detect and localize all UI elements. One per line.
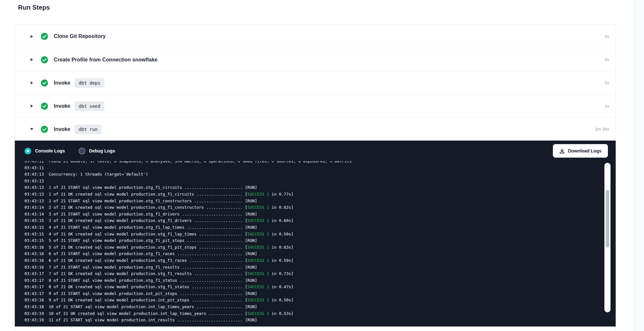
log-panel: Console LogsDebug Logs Download Logs 03:… <box>15 141 616 326</box>
step-duration: 0s <box>605 34 609 39</box>
radio-label: Console Logs <box>35 148 65 153</box>
step-duration: 2m 26s <box>595 127 609 132</box>
radio-unselected-icon[interactable] <box>79 148 85 154</box>
step-label: Invoke <box>54 103 70 109</box>
log-line: 03:43:18 10 of 21 START sql view model p… <box>24 304 616 310</box>
step-row[interactable]: Create Profile from Connection snowflake… <box>15 48 616 71</box>
log-status-success: SUCCESS 1 <box>247 232 269 236</box>
success-check-icon <box>41 79 48 87</box>
log-line: 03:43:16 5 of 21 OK created sql view mod… <box>24 244 616 251</box>
run-steps-list: Clone Git Repository0sCreate Profile fro… <box>15 25 616 141</box>
log-line: 03:43:13 <box>24 178 616 185</box>
success-check-icon <box>41 126 48 133</box>
log-line: 03:43:16 6 of 21 START sql view model pr… <box>24 251 616 257</box>
log-status-success: SUCCESS 1 <box>247 284 269 289</box>
log-scrollbar-thumb[interactable] <box>606 190 609 247</box>
log-line: 03:43:14 2 of 21 OK created sql view mod… <box>24 204 616 211</box>
radio-selected-icon[interactable] <box>24 148 31 154</box>
log-status-success: SUCCESS 1 <box>247 298 269 302</box>
log-line: 03:43:15 5 of 21 START sql view model pr… <box>24 237 616 244</box>
step-row[interactable]: Invokedbt run2m 26s <box>15 117 616 141</box>
radio-label: Debug Logs <box>89 148 115 153</box>
caret-down-icon[interactable] <box>30 127 34 131</box>
step-row[interactable]: Invokedbt deps0s <box>15 71 616 94</box>
download-logs-button[interactable]: Download Logs <box>553 144 608 158</box>
step-label: Invoke <box>54 126 70 132</box>
log-line: 03:43:13 Concurrency: 1 threads (target=… <box>24 171 616 178</box>
log-status-success: SUCCESS 1 <box>247 258 269 263</box>
step-row[interactable]: Invokedbt seed1s <box>15 94 616 117</box>
success-check-icon <box>41 33 48 40</box>
console-log-output[interactable]: 03:43:11 Found 21 models, 17 tests, 0 sn… <box>15 161 616 326</box>
step-row[interactable]: Clone Git Repository0s <box>15 25 616 48</box>
log-status-success: SUCCESS 1 <box>247 245 269 250</box>
log-line: 03:43:11 Found 21 models, 17 tests, 0 sn… <box>24 161 616 165</box>
log-status-success: SUCCESS 1 <box>247 192 269 197</box>
log-lines: 03:43:11 Found 21 models, 17 tests, 0 sn… <box>15 161 616 324</box>
step-duration: 1s <box>605 104 609 108</box>
step-label: Invoke <box>54 80 70 86</box>
log-line: 03:43:19 11 of 21 START sql view model p… <box>24 317 616 324</box>
page-title: Run Steps <box>18 4 50 11</box>
log-line: 03:43:13 1 of 21 START sql view model pr… <box>24 184 616 191</box>
radio-debug-logs[interactable]: Debug Logs <box>79 148 115 154</box>
download-logs-label: Download Logs <box>568 148 601 153</box>
log-line: 03:43:17 8 of 21 START sql view model pr… <box>24 277 616 284</box>
download-icon <box>559 148 565 154</box>
step-duration: 0s <box>605 80 609 85</box>
step-label: Create Profile from Connection snowflake <box>54 57 157 63</box>
log-status-success: SUCCESS 1 <box>247 205 269 210</box>
log-line: 03:43:15 4 of 21 OK created sql view mod… <box>24 231 616 238</box>
log-line: 03:43:15 3 of 21 OK created sql view mod… <box>24 217 616 224</box>
log-line: 03:43:11 <box>24 165 616 171</box>
log-line: 03:43:15 4 of 21 START sql view model pr… <box>24 224 616 231</box>
caret-right-icon[interactable] <box>30 58 34 62</box>
log-line: 03:43:13 2 of 21 START sql view model pr… <box>24 198 616 205</box>
caret-right-icon[interactable] <box>30 34 34 39</box>
log-line: 03:43:17 7 of 21 OK created sql view mod… <box>24 271 616 277</box>
caret-right-icon[interactable] <box>30 81 34 85</box>
step-command-chip: dbt deps <box>75 78 104 88</box>
log-line: 03:43:13 1 of 21 OK created sql view mod… <box>24 191 616 198</box>
log-line: 03:43:18 9 of 21 OK created sql view mod… <box>24 297 616 304</box>
step-duration: 0s <box>605 57 609 62</box>
caret-right-icon[interactable] <box>30 104 34 108</box>
log-status-success: SUCCESS 1 <box>247 311 269 316</box>
log-line: 03:43:17 9 of 21 START sql view model pr… <box>24 290 616 297</box>
success-check-icon <box>41 103 48 110</box>
log-scrollbar-track[interactable] <box>604 163 611 312</box>
log-status-success: SUCCESS 1 <box>247 271 269 276</box>
step-label: Clone Git Repository <box>54 33 106 39</box>
log-line: 03:43:17 8 of 21 OK created sql view mod… <box>24 284 616 290</box>
radio-console-logs[interactable]: Console Logs <box>24 148 65 154</box>
log-line: 03:43:14 3 of 21 START sql view model pr… <box>24 211 616 218</box>
log-type-radio-group: Console LogsDebug Logs <box>24 148 128 154</box>
step-command-chip: dbt run <box>75 124 101 134</box>
log-line: 03:43:16 6 of 21 OK created sql view mod… <box>24 257 616 264</box>
page-right-gutter <box>633 0 644 331</box>
log-panel-header: Console LogsDebug Logs Download Logs <box>15 141 616 161</box>
log-line: 03:43:16 7 of 21 START sql view model pr… <box>24 264 616 271</box>
step-command-chip: dbt seed <box>75 101 104 111</box>
success-check-icon <box>41 56 48 63</box>
run-steps-card: Clone Git Repository0sCreate Profile fro… <box>14 24 616 331</box>
log-status-success: SUCCESS 1 <box>247 218 269 223</box>
log-line: 03:43:19 10 of 21 OK created sql view mo… <box>24 310 616 317</box>
